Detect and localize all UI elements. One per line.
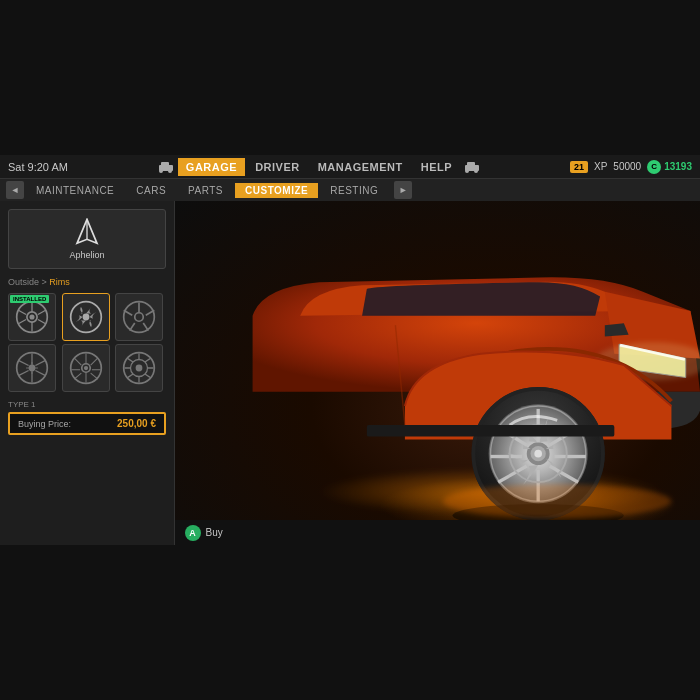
svg-line-18 <box>18 310 26 314</box>
sub-nav-left-icon: ◄ <box>6 181 24 199</box>
svg-line-14 <box>38 310 46 314</box>
price-value: 250,00 € <box>117 418 156 429</box>
svg-rect-80 <box>367 425 615 436</box>
car-display-area <box>175 201 700 545</box>
rim-grid: INSTALLED <box>8 293 166 392</box>
nav-garage[interactable]: GARAGE <box>178 158 245 176</box>
svg-point-7 <box>474 169 478 173</box>
rim-item-5[interactable] <box>62 344 110 392</box>
svg-line-31 <box>35 360 45 365</box>
svg-line-48 <box>74 358 81 365</box>
buy-button[interactable]: A <box>185 525 201 541</box>
main-content-area: Aphelion Outside > Rims INSTALLED <box>0 201 700 545</box>
price-label: Buying Price: <box>18 419 71 429</box>
svg-rect-1 <box>161 162 169 166</box>
rim-item-1[interactable]: INSTALLED <box>8 293 56 341</box>
sub-nav-bar: ◄ MAINTENANCE CARS PARTS CUSTOMIZE RESTI… <box>0 179 700 201</box>
svg-point-3 <box>168 169 172 173</box>
credits-amount: 50000 <box>613 161 641 172</box>
sub-nav-resting[interactable]: RESTING <box>320 183 388 198</box>
xp-level: 21 <box>570 161 588 173</box>
svg-point-20 <box>82 314 89 321</box>
svg-line-46 <box>74 373 81 379</box>
svg-line-32 <box>35 371 45 376</box>
sub-nav-cars[interactable]: CARS <box>126 183 176 198</box>
buy-control: A Buy <box>185 525 223 541</box>
game-ui-container: Sat 9:20 AM GARAGE DRIVER MANAGEMENT HEL… <box>0 155 700 545</box>
breadcrumb-current: Rims <box>49 277 70 287</box>
svg-point-22 <box>135 313 144 322</box>
gold-amount: 13193 <box>664 161 692 172</box>
nav-management[interactable]: MANAGEMENT <box>310 158 411 176</box>
svg-point-12 <box>29 314 34 319</box>
svg-line-53 <box>145 359 150 362</box>
svg-line-34 <box>18 371 28 376</box>
brand-logo-area: Aphelion <box>8 209 166 269</box>
svg-line-59 <box>128 359 133 362</box>
svg-line-25 <box>144 323 149 331</box>
car-nav-icon <box>156 157 176 177</box>
price-box: Buying Price: 250,00 € <box>8 412 166 435</box>
rim-item-4[interactable] <box>8 344 56 392</box>
nav-help[interactable]: HELP <box>413 158 460 176</box>
bottom-border-area <box>0 545 700 700</box>
rim-item-3[interactable] <box>115 293 163 341</box>
nav-driver[interactable]: DRIVER <box>247 158 308 176</box>
svg-point-40 <box>84 366 88 370</box>
top-nav-bar: Sat 9:20 AM GARAGE DRIVER MANAGEMENT HEL… <box>0 155 700 179</box>
car-nav-icon-right <box>462 157 482 177</box>
svg-line-35 <box>18 360 28 365</box>
brand-name: Aphelion <box>69 250 104 260</box>
svg-point-79 <box>443 484 671 518</box>
gold-display: C 13193 <box>647 160 692 174</box>
rim-item-6[interactable] <box>115 344 163 392</box>
sub-nav-parts[interactable]: PARTS <box>178 183 233 198</box>
car-image <box>205 211 700 525</box>
breadcrumb: Outside > Rims <box>8 277 166 287</box>
sub-nav-maintenance[interactable]: MAINTENANCE <box>26 183 124 198</box>
xp-display: 21 XP 50000 C 13193 <box>570 160 692 174</box>
xp-label: XP <box>594 161 607 172</box>
time-display: Sat 9:20 AM <box>8 161 68 173</box>
credit-icon: C <box>647 160 661 174</box>
installed-badge-1: INSTALLED <box>10 295 49 303</box>
rim-item-2[interactable] <box>62 293 110 341</box>
svg-point-2 <box>159 169 163 173</box>
svg-line-17 <box>18 320 26 324</box>
svg-line-55 <box>145 374 150 377</box>
sub-nav-customize[interactable]: CUSTOMIZE <box>235 183 318 198</box>
svg-point-51 <box>136 365 143 372</box>
svg-line-42 <box>90 358 97 365</box>
main-nav: GARAGE DRIVER MANAGEMENT HELP <box>156 157 482 177</box>
svg-line-15 <box>38 320 46 324</box>
svg-line-57 <box>128 374 133 377</box>
left-panel: Aphelion Outside > Rims INSTALLED <box>0 201 175 545</box>
svg-point-6 <box>465 169 469 173</box>
top-border-area <box>0 0 700 155</box>
svg-line-26 <box>130 323 135 331</box>
svg-point-68 <box>534 450 542 458</box>
svg-line-44 <box>90 373 97 379</box>
sub-nav-right-icon: ► <box>394 181 412 199</box>
svg-rect-5 <box>467 162 475 166</box>
buy-label: Buy <box>206 527 223 538</box>
type-label: TYPE 1 <box>8 400 166 409</box>
